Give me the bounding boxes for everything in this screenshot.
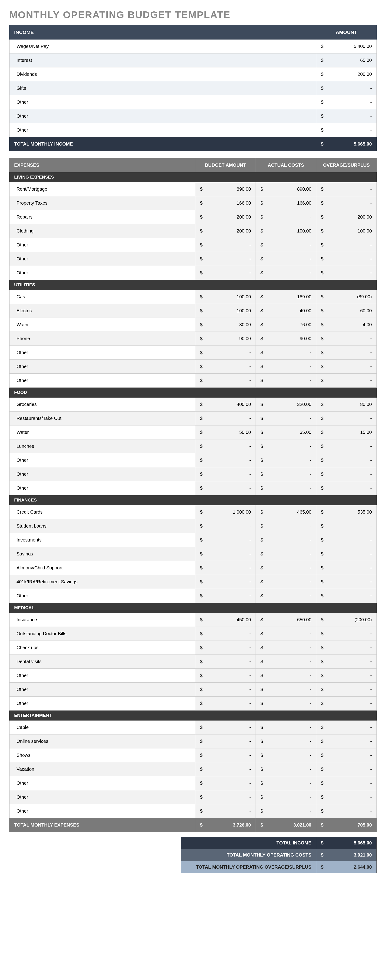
expense-row-overage[interactable]: $100.00 [316,224,377,238]
expense-row-budget[interactable]: $- [195,467,256,481]
expense-row-budget[interactable]: $- [195,721,256,735]
income-row-label[interactable]: Other [10,109,316,123]
expense-row-budget[interactable]: $- [195,776,256,790]
expense-row-label[interactable]: Credit Cards [10,505,195,519]
expense-row-actual[interactable]: $890.00 [256,182,316,196]
expense-row-budget[interactable]: $- [195,439,256,453]
expense-row-budget[interactable]: $- [195,238,256,252]
expense-row-actual[interactable]: $100.00 [256,224,316,238]
expense-row-label[interactable]: Outstanding Doctor Bills [10,627,195,641]
expense-row-budget[interactable]: $- [195,252,256,266]
expense-row-overage[interactable]: $- [316,804,377,818]
expense-row-label[interactable]: Phone [10,332,195,346]
expense-row-overage[interactable]: $- [316,589,377,603]
expense-row-label[interactable]: Student Loans [10,519,195,533]
expense-row-label[interactable]: Other [10,804,195,818]
expense-row-budget[interactable]: $- [195,266,256,280]
expense-row-overage[interactable]: $- [316,575,377,589]
expense-row-budget[interactable]: $200.00 [195,210,256,224]
expense-row-label[interactable]: Repairs [10,210,195,224]
expense-row-overage[interactable]: $- [316,196,377,210]
expense-row-budget[interactable]: $- [195,519,256,533]
expense-row-label[interactable]: Savings [10,547,195,561]
expense-row-overage[interactable]: $- [316,481,377,495]
income-row-amount[interactable]: $200.00 [316,67,377,81]
expense-row-label[interactable]: Dental visits [10,655,195,669]
income-row-label[interactable]: Gifts [10,81,316,95]
expense-row-label[interactable]: Other [10,252,195,266]
income-row-label[interactable]: Other [10,95,316,109]
expense-row-budget[interactable]: $- [195,589,256,603]
expense-row-budget[interactable]: $- [195,748,256,762]
expense-row-budget[interactable]: $- [195,641,256,655]
expense-row-label[interactable]: Other [10,669,195,682]
expense-row-budget[interactable]: $80.00 [195,318,256,332]
expense-row-actual[interactable]: $- [256,519,316,533]
expense-row-actual[interactable]: $- [256,589,316,603]
expense-row-actual[interactable]: $- [256,735,316,748]
expense-row-actual[interactable]: $- [256,453,316,467]
expense-row-label[interactable]: Other [10,589,195,603]
expense-row-actual[interactable]: $- [256,481,316,495]
expense-row-actual[interactable]: $- [256,533,316,547]
expense-row-overage[interactable]: $- [316,182,377,196]
income-row-amount[interactable]: $- [316,123,377,137]
expense-row-overage[interactable]: $- [316,735,377,748]
expense-row-overage[interactable]: $- [316,533,377,547]
expense-row-overage[interactable]: $- [316,655,377,669]
expense-row-actual[interactable]: $320.00 [256,398,316,412]
expense-row-overage[interactable]: $- [316,519,377,533]
expense-row-budget[interactable]: $- [195,360,256,374]
expense-row-actual[interactable]: $- [256,360,316,374]
expense-row-label[interactable]: Other [10,776,195,790]
expense-row-actual[interactable]: $- [256,210,316,224]
expense-row-budget[interactable]: $- [195,627,256,641]
expense-row-actual[interactable]: $650.00 [256,613,316,627]
expense-row-budget[interactable]: $- [195,682,256,697]
expense-row-budget[interactable]: $- [195,697,256,711]
expense-row-label[interactable]: Shows [10,748,195,762]
expense-row-overage[interactable]: $- [316,412,377,425]
expense-row-budget[interactable]: $400.00 [195,398,256,412]
expense-row-budget[interactable]: $- [195,735,256,748]
expense-row-actual[interactable]: $- [256,748,316,762]
expense-row-label[interactable]: Insurance [10,613,195,627]
expense-row-overage[interactable]: $- [316,682,377,697]
expense-row-actual[interactable]: $- [256,266,316,280]
expense-row-budget[interactable]: $- [195,669,256,682]
expense-row-label[interactable]: Clothing [10,224,195,238]
expense-row-overage[interactable]: $- [316,547,377,561]
expense-row-budget[interactable]: $- [195,762,256,776]
expense-row-overage[interactable]: $535.00 [316,505,377,519]
expense-row-budget[interactable]: $450.00 [195,613,256,627]
expense-row-label[interactable]: Other [10,467,195,481]
expense-row-actual[interactable]: $- [256,697,316,711]
expense-row-label[interactable]: Gas [10,290,195,304]
expense-row-label[interactable]: Other [10,453,195,467]
expense-row-label[interactable]: 401k/IRA/Retirement Savings [10,575,195,589]
expense-row-actual[interactable]: $- [256,374,316,388]
expense-row-budget[interactable]: $- [195,453,256,467]
expense-row-budget[interactable]: $- [195,533,256,547]
expense-row-budget[interactable]: $200.00 [195,224,256,238]
expense-row-overage[interactable]: $(200.00) [316,613,377,627]
expense-row-overage[interactable]: $- [316,252,377,266]
expense-row-actual[interactable]: $- [256,790,316,804]
expense-row-label[interactable]: Property Taxes [10,196,195,210]
expense-row-budget[interactable]: $- [195,575,256,589]
expense-row-actual[interactable]: $40.00 [256,304,316,318]
expense-row-budget[interactable]: $- [195,481,256,495]
expense-row-label[interactable]: Other [10,790,195,804]
expense-row-budget[interactable]: $166.00 [195,196,256,210]
expense-row-actual[interactable]: $- [256,561,316,575]
expense-row-actual[interactable]: $- [256,575,316,589]
expense-row-overage[interactable]: $- [316,439,377,453]
expense-row-actual[interactable]: $- [256,252,316,266]
income-row-amount[interactable]: $5,400.00 [316,40,377,54]
expense-row-actual[interactable]: $- [256,467,316,481]
expense-row-label[interactable]: Other [10,266,195,280]
expense-row-budget[interactable]: $- [195,346,256,360]
expense-row-label[interactable]: Lunches [10,439,195,453]
expense-row-label[interactable]: Water [10,318,195,332]
expense-row-actual[interactable]: $- [256,721,316,735]
